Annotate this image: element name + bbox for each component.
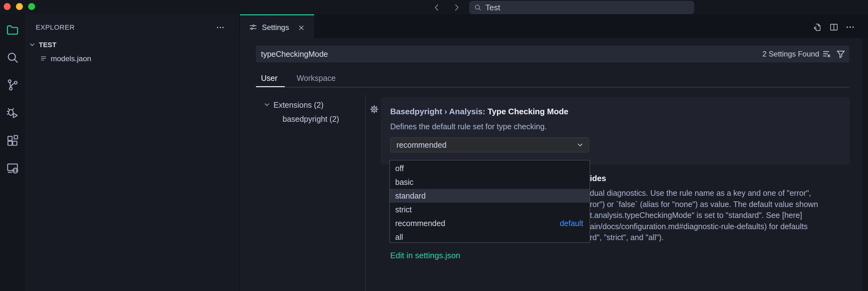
tab-scope-user[interactable]: User — [261, 74, 278, 83]
dropdown-option-basic[interactable]: basic — [390, 175, 590, 189]
sidebar-item-search[interactable] — [5, 50, 20, 65]
toc-extensions-chevron[interactable] — [263, 101, 271, 109]
search-icon — [6, 50, 20, 64]
obscured-text-fragment: rd", "strict", and "all"). — [590, 233, 664, 242]
toc-item-basedpyright[interactable]: basedpyright (2) — [283, 115, 339, 124]
dropdown-option-all[interactable]: all — [390, 230, 590, 244]
editor-scrollbar-gutter[interactable] — [862, 38, 868, 291]
command-search-input[interactable] — [485, 3, 679, 12]
type-checking-mode-dropdown: off basic standard strict recommendeddef… — [389, 160, 590, 243]
open-settings-json-button[interactable] — [812, 22, 822, 33]
obscured-text-fragment: dual diagnostics. Use the rule name as a… — [590, 189, 811, 197]
sidebar-item-extensions[interactable] — [5, 133, 20, 148]
settings-search-input[interactable] — [261, 50, 743, 59]
dropdown-option-recommended[interactable]: recommendeddefault — [390, 216, 590, 230]
ellipsis-icon — [216, 23, 225, 32]
chevron-right-icon — [452, 3, 461, 12]
source-control-icon — [6, 78, 20, 92]
filter-settings-button[interactable] — [835, 48, 847, 60]
obscured-text-fragment: ain/docs/configuration.md#diagnostic-rul… — [590, 222, 808, 231]
setting-gear-icon[interactable] — [369, 104, 379, 114]
select-value: recommended — [397, 141, 446, 150]
folder-icon — [6, 23, 20, 37]
chevron-left-icon — [432, 3, 441, 12]
settings-result-count: 2 Settings Found — [763, 50, 819, 59]
obscured-setting-heading-fragment: ides — [590, 174, 606, 183]
command-center-search[interactable] — [469, 1, 694, 14]
scope-tabs-divider — [256, 87, 849, 87]
edit-in-settings-json-link[interactable]: Edit in settings.json — [390, 251, 460, 260]
tab-scope-workspace[interactable]: Workspace — [297, 74, 336, 83]
minimize-window-button[interactable] — [16, 3, 23, 10]
settings-sliders-icon — [249, 23, 257, 32]
title-bar — [0, 0, 868, 14]
extensions-icon — [6, 134, 20, 147]
root-folder-label[interactable]: TEST — [39, 41, 56, 49]
remote-explorer-icon — [6, 161, 20, 175]
toc-item-extensions[interactable]: Extensions (2) — [274, 101, 323, 110]
chevron-down-icon — [263, 101, 271, 109]
navigate-forward-button[interactable] — [451, 2, 462, 13]
settings-search-box[interactable]: 2 Settings Found — [256, 46, 849, 63]
editor-tab-bar — [240, 14, 868, 38]
tab-settings[interactable]: Settings — [240, 14, 314, 38]
split-editor-button[interactable] — [829, 22, 839, 33]
zoom-window-button[interactable] — [28, 3, 35, 10]
setting-label: Type Checking Mode — [488, 107, 568, 116]
dropdown-option-strict[interactable]: strict — [390, 203, 590, 216]
sidebar-item-run-debug[interactable] — [5, 106, 20, 120]
type-checking-mode-select[interactable]: recommended — [390, 137, 589, 152]
ellipsis-icon — [845, 22, 855, 32]
setting-category: Basedpyright › Analysis: — [390, 107, 488, 116]
sidebar-item-remote-explorer[interactable] — [5, 161, 20, 175]
obscured-text-fragment: t.analysis.typeCheckingMode" is set to "… — [590, 211, 802, 220]
tab-label: Settings — [262, 23, 289, 32]
search-icon — [474, 3, 482, 11]
split-editor-icon — [829, 22, 839, 32]
activity-bar — [0, 14, 25, 291]
clear-settings-search-button[interactable] — [821, 48, 833, 60]
root-folder-row[interactable] — [28, 41, 36, 49]
file-icon — [39, 54, 48, 63]
file-item-models-jaon[interactable]: models.jaon — [51, 54, 91, 63]
filter-funnel-icon — [835, 49, 846, 59]
obscured-text-fragment: ror") or `false` (alias for "none") as v… — [590, 200, 818, 209]
explorer-sidebar: EXPLORER TEST models.jaon — [25, 14, 240, 291]
explorer-more-actions-button[interactable] — [215, 23, 225, 33]
toc-splitter[interactable] — [365, 95, 366, 291]
navigate-back-button[interactable] — [432, 2, 442, 13]
goto-file-icon — [812, 22, 822, 32]
setting-description: Defines the default rule set for type ch… — [390, 122, 547, 131]
debug-icon — [6, 106, 20, 119]
explorer-title: EXPLORER — [36, 24, 75, 32]
default-badge: default — [560, 219, 583, 228]
close-icon — [297, 24, 305, 32]
dropdown-option-off[interactable]: off — [390, 161, 590, 175]
sidebar-item-source-control[interactable] — [5, 78, 20, 92]
chevron-down-icon — [28, 41, 36, 49]
close-window-button[interactable] — [4, 3, 11, 10]
clear-filter-icon — [822, 49, 832, 59]
editor-more-actions-button[interactable] — [845, 22, 856, 33]
dropdown-option-standard[interactable]: standard — [390, 189, 590, 203]
sidebar-item-explorer[interactable] — [5, 23, 20, 37]
active-scope-underline — [256, 86, 285, 87]
close-tab-button[interactable] — [297, 23, 306, 33]
setting-title: Basedpyright › Analysis: Type Checking M… — [390, 107, 568, 116]
chevron-down-icon — [576, 141, 585, 149]
